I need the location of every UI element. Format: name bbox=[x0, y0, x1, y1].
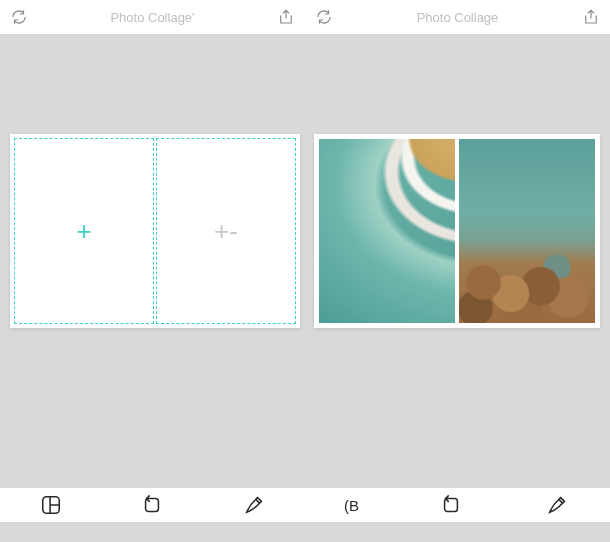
top-bar: Photo Collage' Photo Collage bbox=[0, 0, 610, 34]
toolbar-left bbox=[0, 488, 305, 522]
refresh-icon[interactable] bbox=[4, 2, 34, 32]
edit-button[interactable] bbox=[543, 491, 571, 519]
page-title-left: Photo Collage' bbox=[0, 10, 305, 25]
collage-photo-rocks[interactable] bbox=[459, 139, 595, 323]
collage-filled-panel bbox=[314, 134, 600, 328]
share-icon[interactable] bbox=[271, 2, 301, 32]
rotate-button[interactable] bbox=[437, 491, 465, 519]
toolbar-right: (B bbox=[305, 488, 610, 522]
empty-cell-2[interactable]: +- bbox=[156, 138, 296, 324]
rotate-button[interactable] bbox=[138, 491, 166, 519]
add-icon: + bbox=[76, 216, 91, 247]
layout-button[interactable] bbox=[37, 491, 65, 519]
edit-button[interactable] bbox=[240, 491, 268, 519]
add-icon: +- bbox=[214, 216, 238, 247]
page-title-right: Photo Collage bbox=[305, 10, 610, 25]
empty-cell-1[interactable]: + bbox=[14, 138, 154, 324]
top-right: Photo Collage bbox=[305, 0, 610, 34]
stage: + +- bbox=[0, 34, 610, 488]
layout-label[interactable]: (B bbox=[344, 497, 359, 514]
top-left: Photo Collage' bbox=[0, 0, 305, 34]
refresh-icon[interactable] bbox=[309, 2, 339, 32]
bottom-toolbar: (B bbox=[0, 488, 610, 522]
collage-empty-panel: + +- bbox=[10, 134, 300, 328]
share-icon[interactable] bbox=[576, 2, 606, 32]
collage-photo-beach[interactable] bbox=[319, 139, 455, 323]
